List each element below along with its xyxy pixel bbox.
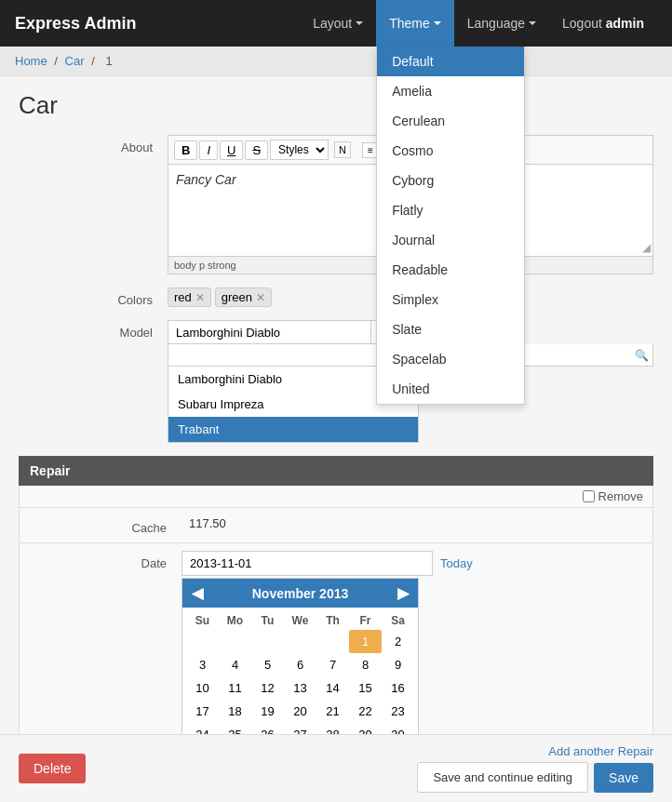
theme-item-cyborg[interactable]: Cyborg bbox=[377, 166, 524, 195]
cal-header: ◀ November 2013 ▶ bbox=[182, 579, 418, 608]
tag-green-remove[interactable]: ✕ bbox=[256, 291, 265, 304]
editor-content: Fancy Car bbox=[176, 172, 236, 187]
cal-day-6[interactable]: 6 bbox=[284, 653, 316, 676]
theme-item-readable[interactable]: Readable bbox=[377, 255, 524, 285]
model-search-icon: 🔍 bbox=[635, 349, 649, 362]
cal-day-empty-3 bbox=[284, 630, 316, 653]
cal-day-9[interactable]: 9 bbox=[382, 653, 414, 676]
cal-day-11[interactable]: 11 bbox=[219, 676, 251, 700]
theme-dropdown: Default Amelia Cerulean Cosmo Cyborg Fla… bbox=[376, 47, 525, 405]
cal-day-19[interactable]: 19 bbox=[251, 700, 284, 723]
italic-button[interactable]: I bbox=[199, 140, 218, 160]
save-button[interactable]: Save bbox=[594, 763, 653, 793]
cal-day-5[interactable]: 5 bbox=[251, 653, 284, 676]
right-buttons: Save and continue editing Save bbox=[417, 762, 653, 793]
theme-item-united[interactable]: United bbox=[377, 374, 524, 404]
cal-days: 1234567891011121314151617181920212223242… bbox=[186, 630, 414, 746]
about-label: About bbox=[19, 135, 168, 154]
save-continue-button[interactable]: Save and continue editing bbox=[417, 762, 588, 793]
brand: Express Admin bbox=[15, 14, 136, 33]
cal-day-empty-4 bbox=[316, 630, 349, 653]
cal-weekday-su: Su bbox=[186, 611, 219, 630]
cal-day-12[interactable]: 12 bbox=[251, 676, 284, 700]
theme-item-simplex[interactable]: Simplex bbox=[377, 285, 524, 314]
breadcrumb: Home / Car / 1 bbox=[0, 47, 672, 76]
delete-button[interactable]: Delete bbox=[19, 754, 86, 783]
layout-caret-icon bbox=[356, 21, 363, 25]
tag-red-remove[interactable]: ✕ bbox=[195, 291, 205, 304]
about-row: About B I U S Styles N ≡ ≡ " Fancy Car ◢ bbox=[19, 135, 653, 274]
theme-item-spacelab[interactable]: Spacelab bbox=[377, 344, 524, 374]
today-link[interactable]: Today bbox=[440, 556, 473, 570]
theme-item-slate[interactable]: Slate bbox=[377, 314, 524, 344]
colors-row: Colors red ✕ green ✕ bbox=[19, 287, 653, 307]
model-label: Model bbox=[19, 320, 168, 340]
theme-item-amelia[interactable]: Amelia bbox=[377, 76, 524, 106]
tag-green: green ✕ bbox=[215, 287, 272, 307]
tag-red: red ✕ bbox=[168, 287, 211, 307]
editor-resize-handle[interactable]: ◢ bbox=[642, 241, 651, 254]
theme-item-default[interactable]: Default bbox=[377, 47, 524, 76]
cal-day-4[interactable]: 4 bbox=[219, 653, 251, 676]
cal-weekdays: Su Mo Tu We Th Fr Sa bbox=[186, 611, 414, 630]
main-content: Car About B I U S Styles N ≡ ≡ " Fancy C… bbox=[0, 76, 672, 802]
model-row: Model Lamborghini Diablo ✕ ▲ 🔍 Lamborghi… bbox=[19, 320, 653, 443]
cal-day-17[interactable]: 17 bbox=[186, 700, 219, 723]
theme-item-cerulean[interactable]: Cerulean bbox=[377, 106, 524, 136]
breadcrumb-home[interactable]: Home bbox=[15, 54, 47, 68]
cal-day-21[interactable]: 21 bbox=[316, 700, 349, 723]
cal-day-empty-0 bbox=[186, 630, 219, 653]
colors-label: Colors bbox=[19, 287, 168, 307]
theme-caret-icon bbox=[434, 21, 441, 25]
strike-button[interactable]: S bbox=[245, 140, 268, 160]
date-label: Date bbox=[33, 551, 181, 570]
cal-day-8[interactable]: 8 bbox=[349, 653, 382, 676]
cal-day-23[interactable]: 23 bbox=[382, 700, 414, 723]
option-trabant[interactable]: Trabant bbox=[168, 417, 418, 442]
cal-weekday-tu: Tu bbox=[251, 611, 284, 630]
underline-button[interactable]: U bbox=[220, 140, 243, 160]
remove-row: Remove bbox=[19, 486, 653, 508]
cal-weekday-sa: Sa bbox=[382, 611, 414, 630]
cal-prev-button[interactable]: ◀ bbox=[192, 584, 203, 602]
language-caret-icon bbox=[529, 21, 536, 25]
model-value: Lamborghini Diablo bbox=[168, 322, 370, 343]
add-another-link[interactable]: Add another Repair bbox=[548, 744, 653, 758]
cal-grid: Su Mo Tu We Th Fr Sa 1234567891011121314… bbox=[182, 608, 418, 750]
cal-weekday-th: Th bbox=[316, 611, 349, 630]
theme-item-journal[interactable]: Journal bbox=[377, 225, 524, 255]
cache-row: Cache 117.50 bbox=[19, 508, 653, 543]
cal-day-empty-2 bbox=[251, 630, 284, 653]
nav-logout[interactable]: Logout admin bbox=[549, 0, 657, 47]
nav-theme[interactable]: Theme Default Amelia Cerulean Cosmo Cybo… bbox=[376, 0, 454, 47]
cal-day-7[interactable]: 7 bbox=[316, 653, 349, 676]
cal-day-16[interactable]: 16 bbox=[382, 676, 414, 700]
cal-day-18[interactable]: 18 bbox=[219, 700, 251, 723]
cal-next-button[interactable]: ▶ bbox=[397, 584, 409, 602]
cal-day-14[interactable]: 14 bbox=[316, 676, 349, 700]
breadcrumb-model[interactable]: Car bbox=[65, 54, 85, 68]
cal-day-22[interactable]: 22 bbox=[349, 700, 382, 723]
remove-checkbox[interactable] bbox=[583, 490, 595, 502]
cal-weekday-mo: Mo bbox=[219, 611, 251, 630]
nav-language[interactable]: Language bbox=[454, 0, 549, 47]
cal-day-20[interactable]: 20 bbox=[284, 700, 316, 723]
repair-section-header: Repair bbox=[19, 456, 653, 486]
bold-button[interactable]: B bbox=[174, 140, 197, 160]
cal-weekday-fr: Fr bbox=[349, 611, 382, 630]
editor-tags: body p strong bbox=[174, 260, 236, 271]
remove-label: Remove bbox=[598, 489, 643, 503]
cal-day-10[interactable]: 10 bbox=[186, 676, 219, 700]
date-input[interactable] bbox=[181, 551, 433, 576]
format-button[interactable]: N bbox=[334, 141, 351, 158]
cal-day-15[interactable]: 15 bbox=[349, 676, 382, 700]
cal-day-3[interactable]: 3 bbox=[186, 653, 219, 676]
cal-day-2[interactable]: 2 bbox=[382, 630, 414, 653]
cal-day-13[interactable]: 13 bbox=[284, 676, 316, 700]
nav-layout[interactable]: Layout bbox=[300, 0, 376, 47]
theme-item-cosmo[interactable]: Cosmo bbox=[377, 136, 524, 166]
right-actions: Add another Repair Save and continue edi… bbox=[417, 744, 653, 793]
styles-select[interactable]: Styles bbox=[270, 140, 329, 160]
theme-item-flatly[interactable]: Flatly bbox=[377, 195, 524, 225]
cal-day-1[interactable]: 1 bbox=[349, 630, 382, 653]
